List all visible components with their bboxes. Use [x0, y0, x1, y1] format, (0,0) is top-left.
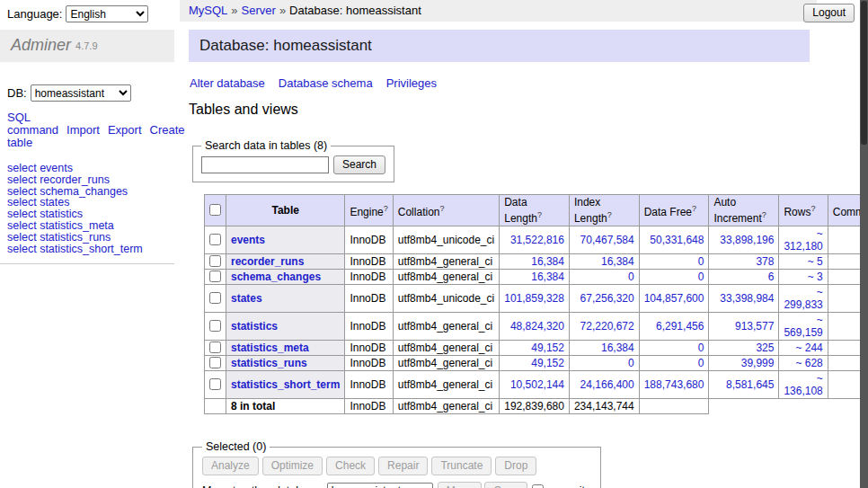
index-length-link[interactable]: 0 — [628, 271, 634, 283]
search-button[interactable]: Search — [333, 155, 385, 174]
rows-count-link[interactable]: ~ 299,833 — [784, 286, 822, 311]
help-icon[interactable]: ? — [384, 204, 388, 213]
table-name-link[interactable]: recorder_runs — [231, 255, 304, 268]
table-name-link[interactable]: statistics_meta — [231, 342, 309, 354]
check-button[interactable]: Check — [326, 457, 375, 475]
index-length-link[interactable]: 16,384 — [601, 342, 634, 354]
move-db-select[interactable]: homeassistant — [327, 483, 433, 488]
scrollbar[interactable] — [860, 0, 868, 488]
data-free-link[interactable]: 188,743,680 — [644, 378, 704, 391]
breadcrumb-mysql-link[interactable]: MySQL — [189, 4, 227, 17]
alter-database-link[interactable]: Alter database — [190, 76, 265, 90]
index-length-link[interactable]: 0 — [628, 357, 634, 369]
table-name-link[interactable]: states — [231, 292, 262, 305]
sidebar-table-link-select-statistics-runs[interactable]: select statistics_runs — [7, 232, 174, 244]
auto-increment-link[interactable]: 33,898,196 — [720, 234, 774, 246]
data-free-link[interactable]: 0 — [698, 255, 704, 268]
index-length-link[interactable]: 16,384 — [601, 255, 634, 268]
help-icon[interactable]: ? — [810, 204, 815, 213]
help-icon[interactable]: ? — [537, 210, 542, 219]
rows-count-link[interactable]: ~ 628 — [795, 357, 822, 369]
data-length-link[interactable]: 49,152 — [531, 357, 564, 369]
drop-button[interactable]: Drop — [495, 457, 536, 475]
sidebar-action-export[interactable]: Export — [108, 123, 142, 137]
row-select-checkbox[interactable] — [209, 320, 221, 332]
sidebar-table-link-select-statistics-short-term[interactable]: select statistics_short_term — [7, 244, 174, 255]
index-length-link[interactable]: 67,256,320 — [580, 292, 634, 305]
column-header-data-length[interactable]: Data Length? — [500, 195, 570, 226]
sidebar-action-sql-command[interactable]: SQL command — [7, 111, 58, 137]
table-name-link[interactable]: schema_changes — [231, 271, 321, 283]
data-free-link[interactable]: 104,857,600 — [644, 292, 704, 305]
app-version[interactable]: 4.7.9 — [75, 40, 97, 51]
search-input[interactable] — [201, 156, 329, 173]
sidebar-table-link-select-recorder-runs[interactable]: select recorder_runs — [7, 174, 174, 186]
data-length-link[interactable]: 31,522,816 — [510, 234, 564, 246]
auto-increment-link[interactable]: 913,577 — [735, 320, 774, 333]
row-select-checkbox[interactable] — [209, 255, 221, 267]
data-free-link[interactable]: 6,291,456 — [656, 320, 704, 333]
row-select-checkbox[interactable] — [209, 292, 221, 304]
index-length-link[interactable]: 24,166,400 — [580, 378, 634, 391]
rows-count-link[interactable]: ~ 136,108 — [784, 372, 822, 397]
rows-count-link[interactable]: ~ 244 — [795, 342, 822, 354]
db-select[interactable]: homeassistant — [31, 84, 131, 102]
row-select-checkbox[interactable] — [209, 234, 221, 245]
help-icon[interactable]: ? — [607, 210, 612, 219]
column-header-collation[interactable]: Collation? — [393, 195, 499, 226]
data-length-link[interactable]: 16,384 — [531, 255, 564, 268]
sidebar-action-import[interactable]: Import — [66, 123, 100, 137]
analyze-button[interactable]: Analyze — [202, 457, 259, 475]
overwrite-checkbox[interactable] — [532, 484, 544, 488]
data-length-link[interactable]: 16,384 — [531, 271, 564, 283]
sidebar-table-link-select-events[interactable]: select events — [7, 163, 174, 174]
data-free-link[interactable]: 0 — [698, 357, 704, 369]
truncate-button[interactable]: Truncate — [431, 457, 492, 475]
row-select-checkbox[interactable] — [209, 357, 221, 368]
row-select-checkbox[interactable] — [209, 378, 221, 390]
rows-count-link[interactable]: ~ 312,180 — [784, 227, 822, 253]
help-icon[interactable]: ? — [692, 204, 696, 213]
select-all-checkbox[interactable] — [209, 204, 221, 216]
auto-increment-link[interactable]: 378 — [756, 255, 774, 268]
repair-button[interactable]: Repair — [378, 457, 428, 475]
logout-button[interactable]: Logout — [803, 4, 855, 22]
index-length-link[interactable]: 70,467,584 — [580, 234, 634, 246]
table-name-link[interactable]: statistics_short_term — [231, 378, 340, 391]
rows-count-link[interactable]: ~ 569,159 — [784, 314, 822, 339]
help-icon[interactable]: ? — [439, 204, 444, 213]
column-header-data-free[interactable]: Data Free? — [639, 195, 709, 226]
auto-increment-link[interactable]: 33,398,984 — [720, 292, 774, 305]
data-length-link[interactable]: 48,824,320 — [510, 320, 564, 333]
overwrite-label[interactable]: overwrite — [545, 484, 591, 488]
data-free-link[interactable]: 0 — [698, 271, 704, 283]
data-length-link[interactable]: 49,152 — [531, 342, 564, 354]
rows-count-link[interactable]: ~ 3 — [808, 271, 823, 283]
copy-button[interactable]: Copy — [484, 482, 527, 488]
data-length-link[interactable]: 101,859,328 — [504, 292, 564, 305]
move-button[interactable]: Move — [438, 482, 482, 488]
data-length-link[interactable]: 10,502,144 — [510, 378, 564, 391]
auto-increment-link[interactable]: 6 — [768, 271, 775, 283]
privileges-link[interactable]: Privileges — [386, 76, 437, 90]
auto-increment-link[interactable]: 325 — [756, 342, 774, 354]
help-icon[interactable]: ? — [762, 210, 766, 219]
column-header-rows[interactable]: Rows? — [779, 195, 828, 226]
auto-increment-link[interactable]: 8,581,645 — [726, 378, 774, 391]
scrollbar-thumb[interactable] — [861, 1, 867, 145]
database-schema-link[interactable]: Database schema — [279, 76, 373, 90]
breadcrumb-server-link[interactable]: Server — [242, 4, 276, 17]
rows-count-link[interactable]: ~ 5 — [808, 255, 823, 268]
column-header-engine[interactable]: Engine? — [345, 195, 393, 226]
column-header-auto-increment[interactable]: Auto Increment? — [709, 195, 779, 226]
optimize-button[interactable]: Optimize — [262, 457, 323, 475]
data-free-link[interactable]: 0 — [698, 342, 704, 354]
table-name-link[interactable]: statistics — [231, 320, 278, 333]
index-length-link[interactable]: 72,220,672 — [580, 320, 634, 333]
row-select-checkbox[interactable] — [209, 271, 221, 282]
app-name-link[interactable]: Adminer — [11, 36, 71, 54]
table-name-link[interactable]: events — [231, 234, 265, 246]
auto-increment-link[interactable]: 39,999 — [741, 357, 775, 369]
sidebar-table-link-select-statistics-meta[interactable]: select statistics_meta — [7, 220, 174, 232]
data-free-link[interactable]: 50,331,648 — [650, 234, 704, 246]
